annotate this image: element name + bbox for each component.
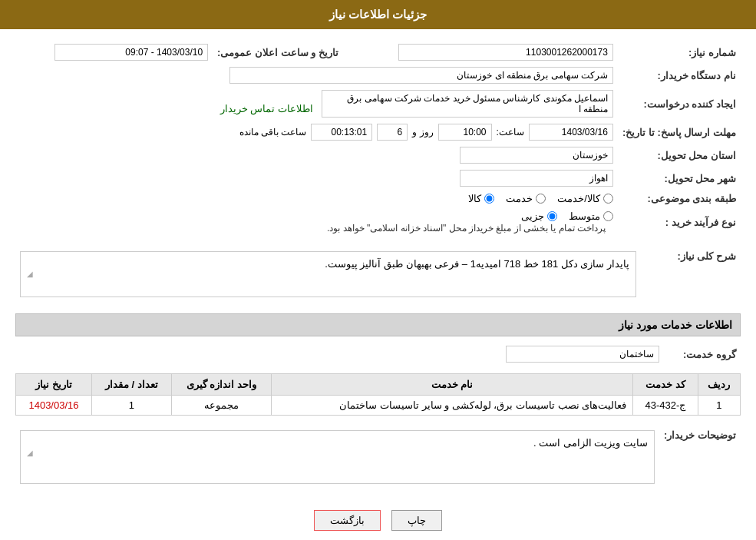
ostan-row: استان محل تحویل: خوزستان — [15, 144, 741, 167]
mohlat-saat-label: ساعت: — [497, 127, 524, 137]
grohe-row: گروه خدمت: ساختمان — [15, 343, 741, 366]
shomare-niaz-value-cell: 1103001262000173 — [346, 41, 618, 64]
back-button[interactable]: بازگشت — [314, 510, 381, 531]
shahr-label: شهر محل تحویل: — [618, 167, 741, 190]
noe-farayand-label: نوع فرآیند خرید : — [618, 207, 741, 237]
tabaqe-radio-group: کالا/خدمت خدمت کالا — [20, 193, 613, 204]
sharh-label: شرح کلی نیاز: — [641, 244, 741, 304]
buyer-notes-text: سایت ویزیت الزامی است . — [533, 437, 648, 449]
tarikh-value: 1403/03/10 - 09:07 — [54, 44, 208, 61]
mohlat-label: مهلت ارسال پاسخ: تا تاریخ: — [618, 121, 741, 144]
shomare-niaz-row: شماره نیاز: 1103001262000173 تاریخ و ساع… — [15, 41, 741, 64]
services-section-header: اطلاعات خدمات مورد نیاز — [15, 313, 741, 336]
shomare-niaz-label: شماره نیاز: — [618, 41, 741, 64]
tarikh-label: تاریخ و ساعت اعلان عمومی: — [213, 41, 346, 64]
grohe-value-cell: ساختمان — [15, 343, 664, 366]
services-table-head: ردیف کد خدمت نام خدمت واحد اندازه گیری ت… — [16, 374, 741, 396]
radio-khedmat-label: خدمت — [506, 193, 533, 204]
page-header: جزئیات اطلاعات نیاز — [0, 0, 756, 29]
table-row: 1 ج-432-43 فعالیت‌های نصب تاسیسات برق، ل… — [16, 396, 741, 416]
radio-mootasat-input[interactable] — [603, 211, 613, 221]
shahr-value: اهواز — [460, 170, 613, 187]
col-tarikh: تاریخ نیاز — [16, 374, 92, 396]
cell-tedad: 1 — [92, 396, 172, 416]
radio-kala-label: کالا — [468, 193, 481, 204]
tabaqe-row: طبقه بندی موضوعی: کالا/خدمت خدمت — [15, 190, 741, 207]
button-area: چاپ بازگشت — [15, 499, 741, 540]
noe-farayand-text: پرداخت تمام یا بخشی از مبلغ خریداز محل "… — [327, 223, 606, 234]
noe-farayand-value-cell: متوسط جزیی پرداخت تمام یا بخشی از مبلغ خ… — [15, 207, 618, 237]
radio-kala: کالا — [468, 193, 494, 204]
mohlat-saat-remaining: 00:13:01 — [311, 124, 372, 141]
sharh-text: پایدار سازی دکل 181 خط 718 امیدیه1 – فرع… — [325, 258, 629, 270]
mohlat-date: 1403/03/16 — [529, 124, 613, 141]
nam-dastgah-label: نام دستگاه خریدار: — [618, 64, 741, 87]
mohlat-time: 10:00 — [438, 124, 492, 141]
radio-kala-input[interactable] — [484, 194, 494, 204]
mohlat-saat-remaining-label: ساعت باقی مانده — [239, 127, 307, 137]
page-wrapper: جزئیات اطلاعات نیاز شماره نیاز: 11030012… — [0, 0, 756, 540]
cell-radif: 1 — [698, 396, 740, 416]
col-radif: ردیف — [698, 374, 740, 396]
ijad-konande-row: ایجاد کننده درخواست: اسماعیل مکوندی کارش… — [15, 87, 741, 121]
radio-kala-khedmat: کالا/خدمت — [557, 193, 613, 204]
ijad-konande-label: ایجاد کننده درخواست: — [618, 87, 741, 121]
radio-kala-khedmat-input[interactable] — [603, 194, 613, 204]
sharh-description-box: پایدار سازی دکل 181 خط 718 امیدیه1 – فرع… — [20, 251, 636, 297]
radio-khedmat: خدمت — [506, 193, 546, 204]
col-kod: کد خدمت — [633, 374, 698, 396]
services-table-body: 1 ج-432-43 فعالیت‌های نصب تاسیسات برق، ل… — [16, 396, 741, 416]
mohlat-value-cell: 1403/03/16 ساعت: 10:00 روز و 6 00:13:01 … — [15, 121, 618, 144]
sharh-table: شرح کلی نیاز: پایدار سازی دکل 181 خط 718… — [15, 244, 741, 304]
notes-table: توضیحات خریدار: سایت ویزیت الزامی است . … — [15, 423, 741, 491]
radio-jazei: جزیی — [521, 210, 557, 222]
radio-khedmat-input[interactable] — [536, 194, 546, 204]
notes-row: توضیحات خریدار: سایت ویزیت الزامی است . … — [15, 423, 741, 491]
col-tedad: تعداد / مقدار — [92, 374, 172, 396]
mohlat-roz-label: روز و — [412, 127, 433, 137]
ostan-label: استان محل تحویل: — [618, 144, 741, 167]
col-name: نام خدمت — [272, 374, 633, 396]
print-button[interactable]: چاپ — [391, 510, 442, 531]
buyer-notes-content-cell: سایت ویزیت الزامی است . ◢ — [15, 423, 659, 491]
tabaqe-value-cell: کالا/خدمت خدمت کالا — [15, 190, 618, 207]
mohlat-date-time-row: 1403/03/16 ساعت: 10:00 روز و 6 00:13:01 … — [20, 124, 613, 141]
cell-kod: ج-432-43 — [633, 396, 698, 416]
content-area: شماره نیاز: 1103001262000173 تاریخ و ساع… — [0, 29, 756, 540]
col-vahed: واحد اندازه گیری — [171, 374, 272, 396]
nam-dastgah-value: شرکت سهامی برق منطقه ای خوزستان — [229, 67, 613, 84]
mohlat-row: مهلت ارسال پاسخ: تا تاریخ: 1403/03/16 سا… — [15, 121, 741, 144]
shahr-row: شهر محل تحویل: اهواز — [15, 167, 741, 190]
mohlat-roz-value: 6 — [377, 124, 408, 141]
radio-jazei-label: جزیی — [521, 210, 544, 222]
ijad-konande-value-cell: اسماعیل مکوندی کارشناس مسئول خرید خدمات … — [15, 87, 618, 121]
tabaqe-label: طبقه بندی موضوعی: — [618, 190, 741, 207]
resize-handle: ◢ — [27, 270, 629, 278]
sharh-content-cell: پایدار سازی دکل 181 خط 718 امیدیه1 – فرع… — [15, 244, 641, 304]
cell-tarikh: 1403/03/16 — [16, 396, 92, 416]
cell-vahed: مجموعه — [171, 396, 272, 416]
radio-mootasat-label: متوسط — [569, 210, 600, 222]
ijad-konande-value: اسماعیل مکوندی کارشناس مسئول خرید خدمات … — [322, 90, 613, 118]
contact-link[interactable]: اطلاعات تماس خریدار — [220, 103, 313, 114]
cell-name: فعالیت‌های نصب تاسیسات برق، لوله‌کشی و س… — [272, 396, 633, 416]
radio-jazei-input[interactable] — [547, 211, 557, 221]
buyer-notes-box: سایت ویزیت الزامی است . ◢ — [20, 430, 655, 484]
grohe-table: گروه خدمت: ساختمان — [15, 343, 741, 366]
noe-farayand-radio-group: متوسط جزیی — [20, 210, 613, 222]
ostan-value: خوزستان — [460, 147, 613, 164]
page-title: جزئیات اطلاعات نیاز — [329, 8, 427, 21]
radio-kala-khedmat-label: کالا/خدمت — [557, 193, 600, 204]
nam-dastgah-row: نام دستگاه خریدار: شرکت سهامی برق منطقه … — [15, 64, 741, 87]
services-header-row: ردیف کد خدمت نام خدمت واحد اندازه گیری ت… — [16, 374, 741, 396]
main-info-table: شماره نیاز: 1103001262000173 تاریخ و ساع… — [15, 41, 741, 237]
ostan-value-cell: خوزستان — [15, 144, 618, 167]
shahr-value-cell: اهواز — [15, 167, 618, 190]
nam-dastgah-value-cell: شرکت سهامی برق منطقه ای خوزستان — [15, 64, 618, 87]
grohe-value: ساختمان — [506, 346, 659, 363]
noe-farayand-row: نوع فرآیند خرید : متوسط جزیی پرداخت تمام… — [15, 207, 741, 237]
services-table: ردیف کد خدمت نام خدمت واحد اندازه گیری ت… — [15, 373, 741, 416]
tarikh-value-cell: 1403/03/10 - 09:07 — [15, 41, 213, 64]
shomare-niaz-value: 1103001262000173 — [398, 44, 613, 61]
sharh-row: شرح کلی نیاز: پایدار سازی دکل 181 خط 718… — [15, 244, 741, 304]
